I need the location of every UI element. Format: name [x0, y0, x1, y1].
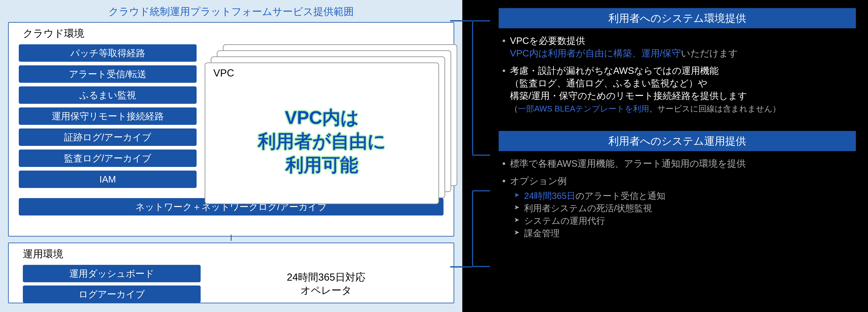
description-panel: 利用者へのシステム環境提供 VPCを必要数提供 VPC内は利用者が自由に構築、運…	[462, 0, 868, 312]
cloud-environment-box: クラウド環境 パッチ等取得経路 アラート受信/転送 ふるまい監視 運用保守リモー…	[8, 22, 454, 236]
vpc-stack: VPC VPC内は 利用者が自由に 利用可能	[205, 44, 443, 194]
ops-environment-body: 運用ダッシュボード ログアーカイブ 24時間365日対応 オペレータ	[15, 265, 447, 303]
ops-provision-section: 利用者へのシステム運用提供 標準で各種AWS運用機能、アラート通知用の環境を提供…	[499, 131, 856, 239]
cloud-environment-body: パッチ等取得経路 アラート受信/転送 ふるまい監視 運用保守リモート接続経路 証…	[15, 44, 447, 194]
ops-operator-text: 24時間365日対応 オペレータ	[287, 271, 365, 297]
ops-log-archive: ログアーカイブ	[23, 285, 200, 303]
ops-bullet-standard: 標準で各種AWS運用機能、アラート通知用の環境を提供	[499, 157, 856, 170]
ops-environment-label: 運用環境	[15, 247, 447, 261]
connector-line-bottom	[450, 266, 472, 267]
env-provision-section: 利用者へのシステム環境提供 VPCを必要数提供 VPC内は利用者が自由に構築、運…	[499, 8, 856, 115]
env-provision-bullets: VPCを必要数提供 VPC内は利用者が自由に構築、運用/保守いただけます 考慮・…	[499, 34, 856, 115]
connector-bracket-top	[472, 20, 490, 156]
ops-dashboard: 運用ダッシュボード	[23, 265, 200, 282]
connector-line-top	[450, 20, 472, 22]
vpc-card-front: VPC VPC内は 利用者が自由に 利用可能	[205, 62, 439, 204]
connector-stem	[231, 235, 231, 241]
feature-audit-trail-archive: 証跡ログ/アーカイブ	[19, 129, 196, 146]
ops-option-24x365: 24時間365日のアラート受信と通知	[510, 190, 856, 202]
env-bullet-vpc: VPCを必要数提供 VPC内は利用者が自由に構築、運用/保守いただけます	[499, 34, 856, 59]
feature-iam: IAM	[19, 171, 196, 188]
ops-option-health-monitor: 利用者システムの死活/状態監視	[510, 202, 856, 215]
env-provision-header: 利用者へのシステム環境提供	[499, 8, 856, 28]
feature-audit-log-archive: 監査ログ/アーカイブ	[19, 149, 196, 167]
ops-feature-list: 運用ダッシュボード ログアーカイブ	[23, 265, 200, 303]
feature-behavior-monitor: ふるまい監視	[19, 86, 196, 104]
ops-bullet-options: オプション例 24時間365日のアラート受信と通知 利用者システムの死活/状態監…	[499, 175, 856, 239]
cloud-feature-list: パッチ等取得経路 アラート受信/転送 ふるまい監視 運用保守リモート接続経路 証…	[19, 44, 196, 194]
connector-bracket-bottom	[472, 190, 490, 267]
scope-title: クラウド統制運用プラットフォームサービス提供範囲	[8, 5, 454, 19]
feature-remote-route: 運用保守リモート接続経路	[19, 108, 196, 125]
ops-option-list: 24時間365日のアラート受信と通知 利用者システムの死活/状態監視 システムの…	[510, 190, 856, 239]
feature-patch-route: パッチ等取得経路	[19, 44, 196, 62]
cloud-environment-label: クラウド環境	[15, 27, 447, 40]
ops-option-billing: 課金管理	[510, 227, 856, 239]
ops-option-ops-proxy: システムの運用代行	[510, 215, 856, 227]
ops-environment-box: 運用環境 運用ダッシュボード ログアーカイブ 24時間365日対応 オペレータ	[8, 243, 454, 303]
service-scope-panel: クラウド統制運用プラットフォームサービス提供範囲 クラウド環境 パッチ等取得経路…	[0, 0, 462, 312]
feature-alert-forward: アラート受信/転送	[19, 65, 196, 83]
vpc-free-use-text: VPC内は 利用者が自由に 利用可能	[258, 106, 386, 177]
ops-provision-bullets: 標準で各種AWS運用機能、アラート通知用の環境を提供 オプション例 24時間36…	[499, 157, 856, 239]
ops-provision-header: 利用者へのシステム運用提供	[499, 131, 856, 151]
env-bullet-aws-features: 考慮・設計が漏れがちなAWSならではの運用機能 （監査ログ、通信ログ、ふるまい監…	[499, 64, 856, 115]
vpc-label: VPC	[205, 63, 438, 79]
